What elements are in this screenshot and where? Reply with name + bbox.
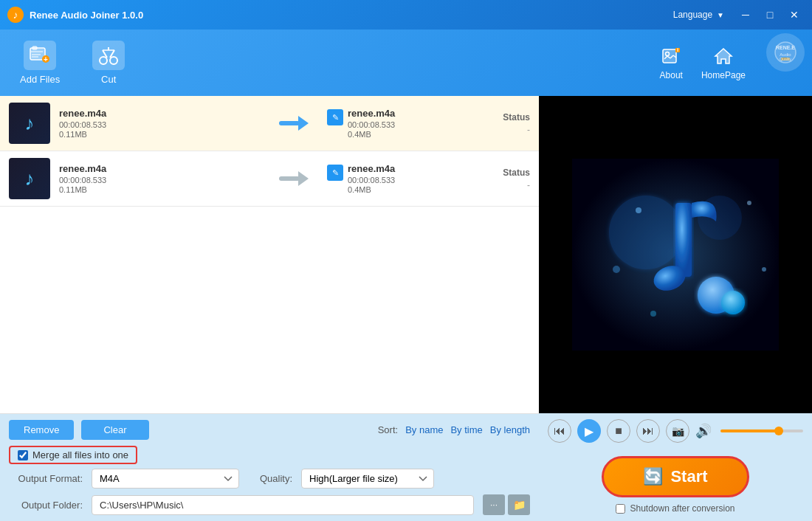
svg-text:i: i (677, 46, 678, 53)
shutdown-label: Shutdown after conversion (630, 503, 734, 514)
remove-button[interactable]: Remove (9, 420, 74, 440)
language-label: Language (673, 10, 712, 20)
svg-point-8 (110, 57, 117, 64)
status-area: Status - (471, 168, 530, 190)
status-value: - (471, 180, 530, 190)
browse-dots-button[interactable]: ··· (483, 494, 505, 515)
nav-cut[interactable]: Cut (83, 35, 134, 91)
svg-rect-29 (279, 176, 300, 181)
music-preview-svg (572, 159, 779, 351)
file-thumbnail: ♪ (9, 158, 50, 199)
nav-homepage[interactable]: HomePage (694, 41, 753, 84)
svg-text:+: + (44, 55, 48, 63)
file-list: ♪ renee.m4a 00:00:08.533 0.11MB (0, 96, 539, 414)
playback-controls: ⏮ ▶ ■ ⏭ 📷 🔊 (539, 413, 812, 449)
arrow-area (264, 116, 323, 131)
close-button[interactable]: ✕ (784, 7, 805, 23)
language-selector[interactable]: Language ▼ (673, 10, 724, 20)
maximize-button[interactable]: □ (760, 7, 780, 23)
svg-point-40 (613, 266, 620, 273)
app-title: Renee Audio Joiner 1.0.0 (30, 10, 673, 21)
svg-point-42 (650, 311, 656, 317)
edit-icon[interactable]: ✎ (327, 165, 343, 181)
svg-marker-30 (298, 171, 309, 186)
nav-about[interactable]: i About (653, 41, 690, 84)
language-dropdown-icon: ▼ (717, 11, 724, 19)
output-file-name: renee.m4a (348, 108, 395, 119)
shutdown-checkbox[interactable] (616, 504, 625, 514)
merge-checkbox-container: Merge all files into one (9, 446, 137, 464)
svg-point-37 (721, 291, 745, 314)
input-file-size: 0.11MB (59, 130, 264, 139)
status-label: Status (471, 168, 530, 178)
output-file-name: renee.m4a (348, 163, 395, 174)
homepage-label: HomePage (701, 70, 746, 80)
skip-forward-button[interactable]: ⏭ (636, 419, 660, 443)
svg-point-7 (100, 57, 107, 64)
bottom-controls: Remove Clear Sort: By name By time By le… (0, 414, 539, 521)
table-row[interactable]: ♪ renee.m4a 00:00:08.533 0.11MB (0, 96, 539, 151)
input-file-duration: 00:00:08.533 (59, 176, 264, 184)
format-select[interactable]: M4A MP3 WAV AAC FLAC OGG (92, 469, 239, 489)
clear-button[interactable]: Clear (81, 420, 148, 440)
input-file-duration: 00:00:08.533 (59, 120, 264, 129)
merge-checkbox[interactable] (18, 450, 28, 460)
screenshot-button[interactable]: 📷 (666, 419, 689, 443)
table-row[interactable]: ♪ renee.m4a 00:00:08.533 0.11MB ✎ r (0, 151, 539, 207)
add-files-label: Add Files (20, 74, 60, 85)
svg-text:RENE.E: RENE.E (776, 45, 795, 50)
minimize-button[interactable]: ─ (735, 7, 756, 23)
output-file-size: 0.4MB (348, 130, 395, 139)
app-logo: ♪ (7, 7, 24, 23)
svg-point-38 (636, 207, 641, 213)
output-file-details: renee.m4a 00:00:08.533 0.4MB (348, 108, 395, 139)
cut-icon (92, 41, 125, 70)
folder-buttons: ··· 📁 (483, 494, 530, 515)
folder-row: Output Folder: ··· 📁 (9, 494, 530, 515)
svg-rect-34 (675, 203, 692, 277)
input-file-size: 0.11MB (59, 185, 264, 194)
homepage-icon (712, 45, 734, 67)
add-files-icon: + (24, 41, 56, 70)
output-info: ✎ renee.m4a 00:00:08.533 0.4MB (323, 108, 471, 139)
output-file-duration: 00:00:08.533 (348, 176, 395, 184)
status-value: - (471, 125, 530, 135)
svg-text:Quality: Quality (780, 57, 791, 61)
sort-label: Sort: (378, 424, 398, 435)
cut-label: Cut (101, 74, 116, 85)
svg-rect-27 (279, 121, 300, 125)
stop-button[interactable]: ■ (607, 419, 630, 443)
file-info: renee.m4a 00:00:08.533 0.11MB (59, 163, 264, 194)
svg-rect-1 (32, 46, 37, 49)
merge-label: Merge all files into one (32, 449, 128, 460)
output-info: ✎ renee.m4a 00:00:08.533 0.4MB (323, 163, 471, 194)
open-folder-button[interactable]: 📁 (508, 494, 530, 515)
status-label: Status (471, 112, 530, 123)
folder-path-input[interactable] (92, 495, 474, 515)
output-file-size: 0.4MB (348, 185, 395, 194)
play-button[interactable]: ▶ (577, 419, 601, 443)
nav-bar: + Add Files Cut (0, 30, 812, 96)
start-label: Start (670, 467, 707, 486)
output-file-details: renee.m4a 00:00:08.533 0.4MB (348, 163, 395, 194)
svg-point-41 (762, 267, 766, 272)
title-bar: ♪ Renee Audio Joiner 1.0.0 Language ▼ ─ … (0, 0, 812, 30)
sort-by-time[interactable]: By time (450, 424, 482, 435)
nav-add-files[interactable]: + Add Files (11, 35, 69, 91)
left-panel: ♪ renee.m4a 00:00:08.533 0.11MB (0, 96, 539, 521)
shutdown-row: Shutdown after conversion (616, 503, 734, 514)
quality-select[interactable]: High(Larger file size) Medium Low (301, 469, 434, 489)
sort-by-length[interactable]: By length (490, 424, 530, 435)
start-button[interactable]: 🔄 Start (602, 456, 749, 497)
right-panel: ⏮ ▶ ■ ⏭ 📷 🔊 🔄 Start Shutdown after conve… (539, 96, 812, 521)
edit-icon[interactable]: ✎ (327, 109, 343, 125)
skip-back-button[interactable]: ⏮ (548, 419, 571, 443)
svg-point-32 (609, 196, 683, 269)
about-label: About (660, 70, 683, 80)
arrow-area (264, 171, 323, 186)
output-folder-label: Output Folder: (9, 500, 83, 511)
sort-by-name[interactable]: By name (405, 424, 443, 435)
main-content: ♪ renee.m4a 00:00:08.533 0.11MB (0, 96, 812, 521)
volume-slider[interactable] (720, 429, 803, 432)
about-icon: i (660, 45, 682, 67)
